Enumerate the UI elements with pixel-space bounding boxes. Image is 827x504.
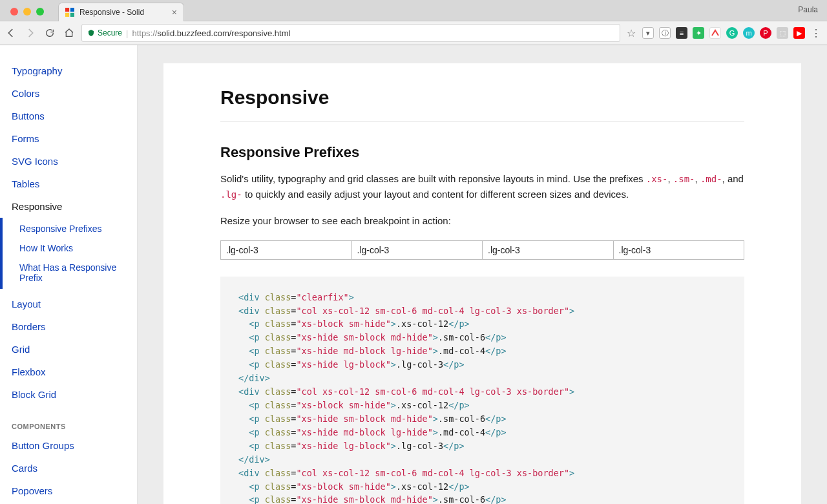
svg-rect-2 <box>65 12 69 16</box>
section-title: Responsive Prefixes <box>220 144 744 161</box>
pocket-icon[interactable]: ▾ <box>642 27 654 39</box>
favicon-icon <box>65 8 74 17</box>
sidebar-section-components: COMPONENTS <box>12 406 137 434</box>
sidebar-item-forms[interactable]: Forms <box>12 127 137 150</box>
info-icon[interactable]: ⓘ <box>659 27 671 39</box>
youtube-icon[interactable]: ▶ <box>793 27 805 39</box>
url-text: https://solid.buzzfeed.com/responsive.ht… <box>132 28 290 38</box>
svg-rect-0 <box>65 8 69 12</box>
grammarly-icon[interactable]: G <box>726 27 738 39</box>
sidebar-item-cards[interactable]: Cards <box>12 457 137 479</box>
sidebar-item-tables[interactable]: Tables <box>12 173 137 195</box>
code-md: .md- <box>700 174 722 184</box>
sidebar-sub-how[interactable]: How It Works <box>19 238 137 258</box>
page-title: Responsive <box>220 87 744 109</box>
extension-icons: ▾ ⓘ ≡ ✦ G m P ⬚ ▶ ⋮ <box>642 27 822 39</box>
address-bar: Secure | https://solid.buzzfeed.com/resp… <box>0 21 827 45</box>
sidebar-item-typography[interactable]: Typography <box>12 59 137 82</box>
secure-badge: Secure <box>87 28 122 37</box>
code-lg: .lg- <box>220 189 242 200</box>
tab-title: Responsive - Solid <box>79 8 167 17</box>
grid-cell: .lg-col-3 <box>351 240 483 260</box>
browser-tab[interactable]: Responsive - Solid × <box>58 3 184 21</box>
content: Responsive Responsive Prefixes Solid's u… <box>163 63 801 504</box>
content-wrap: Responsive Responsive Prefixes Solid's u… <box>138 45 827 504</box>
menu-icon[interactable]: ⋮ <box>810 27 822 39</box>
secure-label: Secure <box>98 28 122 37</box>
home-icon[interactable] <box>63 27 75 39</box>
sidebar-item-popovers[interactable]: Popovers <box>12 479 137 502</box>
window-controls <box>5 8 49 16</box>
ext-icon-1[interactable] <box>709 27 721 39</box>
sidebar-item-grid[interactable]: Grid <box>12 338 137 361</box>
code-block: <div class="clearfix"> <div class="col x… <box>220 277 744 504</box>
nav-buttons <box>5 27 75 39</box>
ext-icon-3[interactable]: ⬚ <box>777 27 788 39</box>
sidebar-item-colors[interactable]: Colors <box>12 82 137 105</box>
minimize-window-button[interactable] <box>23 8 31 16</box>
sidebar-item-button-groups[interactable]: Button Groups <box>12 434 137 457</box>
sidebar: Typography Colors Buttons Forms SVG Icon… <box>0 45 138 504</box>
reload-icon[interactable] <box>44 27 56 39</box>
maximize-window-button[interactable] <box>36 8 44 16</box>
resize-paragraph: Resize your browser to see each breakpoi… <box>220 213 744 228</box>
close-window-button[interactable] <box>10 8 18 16</box>
sidebar-item-blockgrid[interactable]: Block Grid <box>12 383 137 406</box>
divider <box>220 121 744 122</box>
url-field[interactable]: Secure | https://solid.buzzfeed.com/resp… <box>81 24 620 42</box>
sidebar-item-flexbox[interactable]: Flexbox <box>12 361 137 383</box>
back-icon[interactable] <box>5 27 17 39</box>
code-xs: .xs- <box>646 174 668 184</box>
grid-cell: .lg-col-3 <box>482 240 614 260</box>
page: Typography Colors Buttons Forms SVG Icon… <box>0 45 827 504</box>
sidebar-item-svg-icons[interactable]: SVG Icons <box>12 150 137 173</box>
sidebar-sub-prefixes[interactable]: Responsive Prefixes <box>19 219 137 238</box>
grid-demo: .lg-col-3 .lg-col-3 .lg-col-3 .lg-col-3 <box>220 240 744 260</box>
sidebar-item-responsive[interactable]: Responsive <box>12 195 137 218</box>
svg-rect-1 <box>70 8 74 12</box>
bookmark-star-icon[interactable]: ☆ <box>627 27 636 39</box>
sidebar-item-layout[interactable]: Layout <box>12 293 137 315</box>
close-tab-icon[interactable]: × <box>172 7 177 17</box>
profile-name[interactable]: Paula <box>798 5 818 14</box>
code-sm: .sm- <box>673 174 695 184</box>
sidebar-subnav: Responsive Prefixes How It Works What Ha… <box>0 218 137 289</box>
sidebar-item-buttons[interactable]: Buttons <box>12 105 137 127</box>
sidebar-sub-what[interactable]: What Has a Responsive Prefix <box>19 258 137 288</box>
intro-paragraph: Solid's utility, typography and grid cla… <box>220 171 744 202</box>
buffer-icon[interactable]: ≡ <box>676 27 687 39</box>
tab-bar: Responsive - Solid × Paula <box>0 0 827 21</box>
grid-cell: .lg-col-3 <box>613 240 745 260</box>
sidebar-item-borders[interactable]: Borders <box>12 315 137 338</box>
evernote-icon[interactable]: ✦ <box>693 27 704 39</box>
browser-chrome: Responsive - Solid × Paula Secure | http… <box>0 0 827 45</box>
grid-cell: .lg-col-3 <box>220 240 352 260</box>
forward-icon[interactable] <box>25 27 36 39</box>
pinterest-icon[interactable]: P <box>760 27 771 39</box>
svg-rect-3 <box>70 12 74 16</box>
ext-icon-2[interactable]: m <box>743 27 755 39</box>
